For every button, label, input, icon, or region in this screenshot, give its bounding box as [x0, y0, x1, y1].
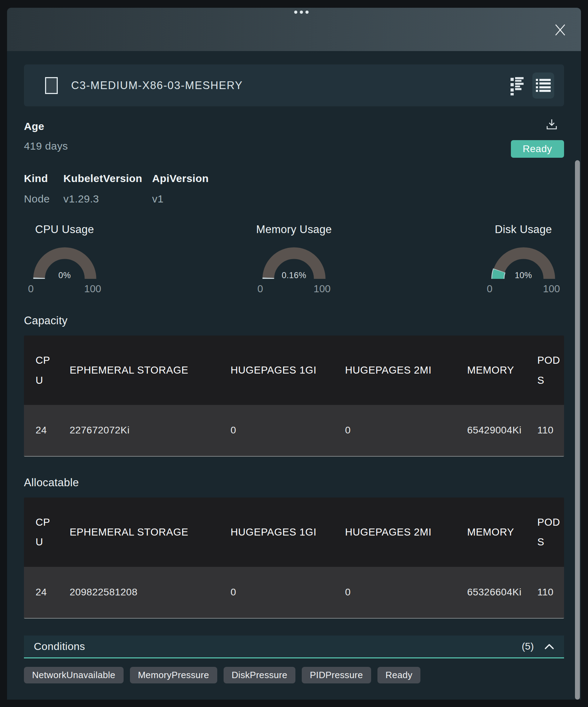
section-count: (5) — [522, 641, 534, 652]
column-header: HUGEPAGES 1GI — [219, 498, 333, 567]
table-row: 242098225812080065326604Ki110 — [24, 567, 564, 618]
field-label: KubeletVersion — [63, 173, 152, 184]
section-header-conditions[interactable]: Conditions (5) — [24, 636, 564, 658]
age-label: Age — [24, 120, 483, 132]
close-icon — [554, 24, 566, 36]
chip: NetworkUnavailable — [24, 667, 124, 683]
gauge-arc: 0% — [30, 244, 100, 281]
field-label: Kind — [24, 173, 63, 184]
scrollbar[interactable] — [575, 160, 580, 700]
modal-titlebar — [7, 8, 581, 51]
column-header: HUGEPAGES 2MI — [333, 498, 456, 567]
list-view-icon — [536, 79, 551, 92]
column-header: EPHEMERAL STORAGE — [58, 498, 219, 567]
table-section-allocatable: Allocatable CPUEPHEMERAL STORAGEHUGEPAGE… — [24, 476, 564, 619]
tables-container: Capacity CPUEPHEMERAL STORAGEHUGEPAGES 1… — [24, 314, 564, 619]
list-view-button-selected[interactable] — [532, 73, 554, 99]
column-header: EPHEMERAL STORAGE — [58, 336, 219, 405]
table-cell: 65429004Ki — [456, 405, 526, 456]
table-cell: 227672072Ki — [58, 405, 219, 456]
table: CPUEPHEMERAL STORAGEHUGEPAGES 1GIHUGEPAG… — [24, 498, 564, 619]
detail-list-icon — [510, 76, 524, 95]
status-badge: Ready — [511, 140, 564, 158]
field-value: v1 — [152, 193, 209, 205]
gauge-max: 100 — [543, 283, 560, 295]
table-title: Allocatable — [24, 476, 564, 489]
node-details-modal: C3-MEDIUM-X86-03-MESHERY — [7, 8, 581, 700]
column-header: CPU — [24, 498, 58, 567]
chip: PIDPressure — [302, 667, 371, 683]
table-cell: 24 — [24, 405, 58, 456]
table-cell: 24 — [24, 567, 58, 618]
chip: MemoryPressure — [130, 667, 217, 683]
field-apiversion: ApiVersion v1 — [152, 173, 209, 205]
detail-view-button[interactable] — [509, 75, 525, 96]
chip: Ready — [377, 667, 421, 683]
field-value: Node — [24, 193, 63, 205]
table-header-row: CPUEPHEMERAL STORAGEHUGEPAGES 1GIHUGEPAG… — [24, 336, 564, 405]
download-button[interactable] — [546, 118, 558, 132]
drag-handle-icon[interactable] — [294, 11, 308, 14]
gauge-value: 0% — [30, 270, 100, 280]
table-title: Capacity — [24, 314, 564, 327]
table-header-row: CPUEPHEMERAL STORAGEHUGEPAGES 1GIHUGEPAG… — [24, 498, 564, 567]
gauges-row: CPU Usage 0% 0 100 Memory Usage 0.16% 0 … — [24, 223, 564, 295]
table-cell: 0 — [219, 567, 333, 618]
column-header: CPU — [24, 336, 58, 405]
column-header: MEMORY — [456, 498, 526, 567]
section-conditions: Conditions (5) NetworkUnavailableMemoryP… — [24, 636, 564, 683]
gauge-disk-usage: Disk Usage 10% 0 100 — [486, 223, 561, 295]
field-label: ApiVersion — [152, 173, 209, 184]
gauge-title: CPU Usage — [27, 223, 102, 236]
chip-list: NetworkUnavailableMemoryPressureDiskPres… — [24, 667, 564, 683]
gauge-memory-usage: Memory Usage 0.16% 0 100 — [256, 223, 332, 295]
field-kubeletversion: KubeletVersion v1.29.3 — [63, 173, 152, 205]
table-cell: 65326604Ki — [456, 567, 526, 618]
column-header: HUGEPAGES 2MI — [333, 336, 456, 405]
download-icon — [546, 118, 558, 130]
age-value: 419 days — [24, 140, 483, 152]
table-cell: 0 — [333, 405, 456, 456]
node-title: C3-MEDIUM-X86-03-MESHERY — [71, 79, 243, 92]
section-title: Conditions — [34, 640, 85, 652]
gauge-value: 0.16% — [259, 270, 329, 280]
fields-row: Kind NodeKubeletVersion v1.29.3ApiVersio… — [24, 173, 564, 205]
node-header-card: C3-MEDIUM-X86-03-MESHERY — [24, 64, 564, 106]
column-header: PODS — [526, 498, 564, 567]
chevron-up-icon[interactable] — [544, 643, 554, 650]
table-cell: 209822581208 — [58, 567, 219, 618]
table-cell: 110 — [526, 405, 564, 456]
table-row: 24227672072Ki0065429004Ki110 — [24, 405, 564, 456]
modal-content: C3-MEDIUM-X86-03-MESHERY — [7, 64, 581, 700]
table: CPUEPHEMERAL STORAGEHUGEPAGES 1GIHUGEPAG… — [24, 336, 564, 457]
gauge-arc: 10% — [488, 244, 559, 281]
table-section-capacity: Capacity CPUEPHEMERAL STORAGEHUGEPAGES 1… — [24, 314, 564, 457]
gauge-value: 10% — [488, 270, 559, 280]
gauge-cpu-usage: CPU Usage 0% 0 100 — [27, 223, 102, 295]
close-button[interactable] — [553, 23, 567, 37]
gauge-title: Disk Usage — [486, 223, 561, 236]
table-cell: 0 — [333, 567, 456, 618]
table-cell: 110 — [526, 567, 564, 618]
column-header: HUGEPAGES 1GI — [219, 336, 333, 405]
column-header: MEMORY — [456, 336, 526, 405]
gauge-min: 0 — [487, 283, 493, 295]
node-checkbox[interactable] — [45, 77, 58, 94]
sections-container: Conditions (5) NetworkUnavailableMemoryP… — [24, 636, 564, 700]
column-header: PODS — [526, 336, 564, 405]
field-value: v1.29.3 — [63, 193, 152, 205]
gauge-max: 100 — [84, 283, 101, 295]
field-kind: Kind Node — [24, 173, 63, 205]
chip: DiskPressure — [224, 667, 295, 683]
gauge-min: 0 — [257, 283, 263, 295]
gauge-arc: 0.16% — [259, 244, 329, 281]
gauge-min: 0 — [28, 283, 34, 295]
gauge-max: 100 — [314, 283, 331, 295]
table-cell: 0 — [219, 405, 333, 456]
gauge-title: Memory Usage — [256, 223, 332, 236]
